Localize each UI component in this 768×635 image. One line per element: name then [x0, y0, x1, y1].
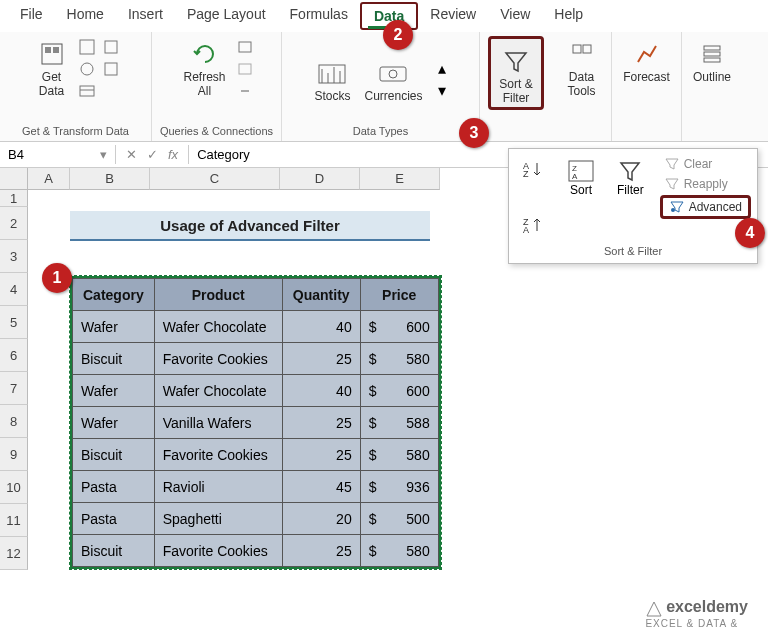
table-row[interactable]: BiscuitFavorite Cookies25$580 — [73, 535, 439, 567]
group-data-types: Data Types — [353, 123, 408, 141]
col-header-b[interactable]: B — [70, 168, 150, 190]
svg-rect-3 — [80, 40, 94, 54]
from-table-button[interactable] — [76, 80, 98, 102]
callout-3: 3 — [459, 118, 489, 148]
callout-4: 4 — [735, 218, 765, 248]
watermark: exceldemy EXCEL & DATA & — [645, 598, 748, 629]
tab-help[interactable]: Help — [542, 2, 595, 30]
svg-text:A: A — [572, 172, 578, 181]
currencies-label: Currencies — [364, 89, 422, 103]
name-box[interactable]: B4 ▾ — [0, 145, 116, 164]
table-row[interactable]: WaferWafer Chocolate40$600 — [73, 311, 439, 343]
outline-label: Outline — [693, 70, 731, 84]
svg-marker-32 — [666, 179, 678, 189]
queries-connections-button[interactable] — [234, 36, 256, 58]
tab-review[interactable]: Review — [418, 2, 488, 30]
row-header[interactable]: 10 — [0, 471, 28, 504]
clear-button[interactable]: Clear — [660, 155, 751, 173]
row-header[interactable]: 12 — [0, 537, 28, 570]
header-product: Product — [154, 279, 282, 311]
tab-page-layout[interactable]: Page Layout — [175, 2, 278, 30]
tab-insert[interactable]: Insert — [116, 2, 175, 30]
get-data-small-buttons — [76, 36, 98, 102]
advanced-button[interactable]: Advanced — [660, 195, 751, 219]
svg-rect-2 — [53, 47, 59, 53]
table-row[interactable]: WaferVanilla Wafers25$588 — [73, 407, 439, 439]
row-header[interactable]: 8 — [0, 405, 28, 438]
row-header[interactable]: 6 — [0, 339, 28, 372]
data-types-up[interactable]: ▴ — [431, 58, 453, 80]
get-data-extra-buttons — [100, 36, 122, 80]
sort-filter-button[interactable]: Sort & Filter — [488, 36, 543, 110]
get-data-button[interactable]: Get Data — [30, 36, 74, 100]
row-header[interactable]: 9 — [0, 438, 28, 471]
row-header[interactable]: 3 — [0, 240, 28, 273]
stocks-label: Stocks — [314, 89, 350, 103]
header-category: Category — [73, 279, 155, 311]
forecast-button[interactable]: Forecast — [617, 36, 676, 86]
row-header[interactable]: 2 — [0, 207, 28, 240]
outline-button[interactable]: Outline — [687, 36, 737, 86]
outline-icon — [696, 38, 728, 70]
svg-marker-31 — [666, 159, 678, 169]
from-text-button[interactable] — [76, 36, 98, 58]
table-row[interactable]: BiscuitFavorite Cookies25$580 — [73, 439, 439, 471]
sort-desc-button[interactable]: ZA — [515, 215, 551, 239]
col-header-a[interactable]: A — [28, 168, 70, 190]
properties-button[interactable] — [234, 58, 256, 80]
svg-marker-18 — [506, 53, 526, 71]
reapply-icon — [664, 177, 680, 191]
forecast-icon — [631, 38, 663, 70]
sort-button[interactable]: ZA Sort — [561, 155, 601, 201]
row-header[interactable]: 4 — [0, 273, 28, 306]
table-row[interactable]: BiscuitFavorite Cookies25$580 — [73, 343, 439, 375]
stocks-icon — [316, 57, 348, 89]
svg-rect-21 — [704, 46, 720, 50]
currencies-button[interactable]: Currencies — [358, 55, 428, 105]
watermark-icon — [645, 600, 663, 618]
cancel-icon[interactable]: ✕ — [126, 147, 137, 162]
tab-file[interactable]: File — [8, 2, 55, 30]
chevron-down-icon: ▾ — [100, 147, 107, 162]
sort-asc-button[interactable]: AZ — [515, 155, 551, 183]
row-header[interactable]: 1 — [0, 190, 28, 207]
svg-rect-9 — [239, 42, 251, 52]
filter-funnel-icon — [618, 159, 642, 183]
svg-rect-20 — [583, 45, 591, 53]
edit-links-button[interactable] — [234, 80, 256, 102]
col-header-d[interactable]: D — [280, 168, 360, 190]
currencies-icon — [378, 57, 410, 89]
row-headers: 1 2 3 4 5 6 7 8 9 10 11 12 — [0, 190, 28, 570]
col-header-c[interactable]: C — [150, 168, 280, 190]
forecast-label: Forecast — [623, 70, 670, 84]
filter-button[interactable]: Filter — [611, 155, 650, 201]
reapply-button[interactable]: Reapply — [660, 175, 751, 193]
recent-sources-button[interactable] — [100, 36, 122, 58]
data-tools-button[interactable]: Data Tools — [560, 36, 604, 100]
row-header[interactable]: 5 — [0, 306, 28, 339]
table-row[interactable]: WaferWafer Chocolate40$600 — [73, 375, 439, 407]
table-row[interactable]: PastaSpaghetti20$500 — [73, 503, 439, 535]
existing-connections-button[interactable] — [100, 58, 122, 80]
tab-formulas[interactable]: Formulas — [278, 2, 360, 30]
callout-1: 1 — [42, 263, 72, 293]
enter-icon[interactable]: ✓ — [147, 147, 158, 162]
stocks-button[interactable]: Stocks — [308, 55, 356, 105]
tab-home[interactable]: Home — [55, 2, 116, 30]
table-row[interactable]: PastaRavioli45$936 — [73, 471, 439, 503]
refresh-all-button[interactable]: Refresh All — [177, 36, 231, 100]
header-price: Price — [360, 279, 438, 311]
from-web-button[interactable] — [76, 58, 98, 80]
select-all-corner[interactable] — [0, 168, 28, 190]
group-queries: Queries & Connections — [160, 123, 273, 141]
svg-rect-22 — [704, 52, 720, 56]
row-header[interactable]: 7 — [0, 372, 28, 405]
svg-rect-23 — [704, 58, 720, 62]
svg-marker-30 — [621, 163, 639, 180]
fx-icon[interactable]: fx — [168, 147, 178, 162]
tab-view[interactable]: View — [488, 2, 542, 30]
svg-point-4 — [81, 63, 93, 75]
row-header[interactable]: 11 — [0, 504, 28, 537]
data-types-down[interactable]: ▾ — [431, 80, 453, 102]
col-header-e[interactable]: E — [360, 168, 440, 190]
